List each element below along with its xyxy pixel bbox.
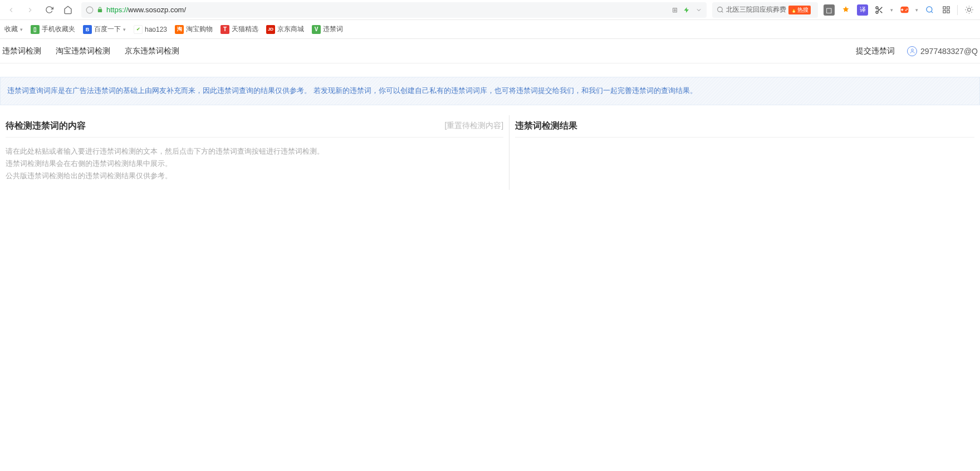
svg-point-4 [876, 11, 878, 13]
bookmark-label: 天猫精选 [232, 24, 258, 34]
toolbar-extensions: ◻ 译 ▾ ▾ [821, 4, 977, 16]
svg-rect-13 [947, 11, 949, 13]
gamepad-dropdown-icon[interactable]: ▾ [915, 7, 918, 13]
bolt-icon[interactable] [683, 7, 690, 13]
browser-toolbar: https://www.sosozp.com/ ⊞ 北医三院回应殡葬费 热搜 ◻… [0, 0, 980, 20]
avatar-icon [907, 46, 917, 56]
svg-point-15 [911, 49, 913, 51]
extension-icon-2[interactable] [840, 4, 851, 16]
user-email: 2977483327@Q [920, 47, 978, 56]
submit-link[interactable]: 提交违禁词 [856, 46, 895, 56]
mobile-icon: ▯ [31, 25, 40, 34]
taobao-icon: 淘 [175, 25, 184, 34]
svg-point-1 [718, 7, 723, 12]
zoom-icon[interactable] [924, 4, 935, 16]
svg-line-2 [722, 11, 723, 12]
main-split: 待检测违禁词的内容 [重置待检测内容] 请在此处粘贴或者输入要进行违禁词检测的文… [0, 115, 980, 190]
result-panel-header: 违禁词检测结果 [515, 115, 974, 138]
favorites-label: 收藏 [4, 24, 18, 34]
settings-icon[interactable] [963, 4, 974, 16]
input-panel-title: 待检测违禁词的内容 [6, 120, 86, 132]
page-nav: 违禁词检测 淘宝违禁词检测 京东违禁词检测 提交违禁词 2977483327@Q [0, 39, 980, 63]
favorites-menu[interactable]: 收藏 ▾ [4, 24, 23, 34]
tmall-icon: T [220, 25, 229, 34]
chevron-down-icon[interactable] [695, 7, 702, 13]
gamepad-icon[interactable] [899, 4, 910, 16]
tab-taobao-detection[interactable]: 淘宝违禁词检测 [56, 46, 110, 56]
bookmark-tmall[interactable]: T 天猫精选 [220, 24, 258, 34]
bookmarks-bar: 收藏 ▾ ▯ 手机收藏夹 B 百度一下 ▾ ✔ hao123 淘 淘宝购物 T … [0, 20, 980, 39]
nav-right: 提交违禁词 2977483327@Q [856, 46, 978, 56]
svg-point-14 [967, 8, 971, 12]
scissors-dropdown-icon[interactable]: ▾ [890, 7, 893, 13]
forward-button[interactable] [22, 2, 38, 18]
svg-line-9 [931, 11, 933, 13]
hot-badge: 热搜 [788, 6, 811, 14]
baidu-icon: B [83, 25, 92, 34]
home-button[interactable] [60, 2, 76, 18]
notice-text: 违禁词查询词库是在广告法违禁词的基础上由网友补充而来，因此违禁词查询的结果仅供参… [7, 86, 697, 95]
bookmark-mobile[interactable]: ▯ 手机收藏夹 [31, 24, 75, 34]
nav-tabs: 违禁词检测 淘宝违禁词检测 京东违禁词检测 [2, 46, 179, 56]
bookmark-taobao[interactable]: 淘 淘宝购物 [175, 24, 213, 34]
bookmark-label: 手机收藏夹 [42, 24, 75, 34]
site-icon: V [312, 25, 321, 34]
extension-icon-1[interactable]: ◻ [824, 4, 835, 16]
search-suggest-box[interactable]: 北医三院回应殡葬费 热搜 [712, 2, 818, 18]
reload-button[interactable] [41, 2, 57, 18]
svg-rect-12 [943, 11, 945, 13]
svg-rect-10 [943, 7, 945, 9]
search-suggest-text: 北医三院回应殡葬费 [726, 5, 786, 14]
chevron-down-icon: ▾ [123, 27, 126, 32]
input-placeholder: 请在此处粘贴或者输入要进行违禁词检测的文本，然后点击下方的违禁词查询按钮进行违禁… [6, 145, 503, 182]
tab-detection[interactable]: 违禁词检测 [2, 46, 41, 56]
bookmark-label: 违禁词 [323, 24, 343, 34]
address-bar[interactable]: https://www.sosozp.com/ ⊞ [81, 2, 707, 18]
toolbar-separator [957, 5, 958, 15]
result-panel-title: 违禁词检测结果 [515, 120, 577, 132]
jd-icon: JD [266, 25, 275, 34]
hao123-icon: ✔ [134, 25, 143, 34]
bookmark-label: 京东商城 [277, 24, 304, 34]
reset-input-link[interactable]: [重置待检测内容] [444, 121, 503, 131]
search-icon [717, 6, 724, 13]
result-panel: 违禁词检测结果 [509, 115, 980, 190]
grid-icon[interactable] [940, 4, 952, 16]
input-panel: 待检测违禁词的内容 [重置待检测内容] 请在此处粘贴或者输入要进行违禁词检测的文… [0, 115, 509, 190]
input-panel-header: 待检测违禁词的内容 [重置待检测内容] [6, 115, 503, 138]
chevron-down-icon: ▾ [20, 27, 23, 32]
bookmark-baidu[interactable]: B 百度一下 ▾ [83, 24, 126, 34]
url-text: https://www.sosozp.com/ [106, 6, 669, 14]
svg-point-0 [86, 7, 93, 13]
svg-point-8 [926, 7, 932, 12]
notice-banner: 违禁词查询词库是在广告法违禁词的基础上由网友补充而来，因此违禁词查询的结果仅供参… [0, 77, 980, 105]
svg-line-7 [878, 8, 879, 10]
translate-icon[interactable]: 译 [857, 4, 868, 16]
bookmark-sosozp[interactable]: V 违禁词 [312, 24, 343, 34]
bookmark-hao123[interactable]: ✔ hao123 [134, 25, 167, 34]
tab-jd-detection[interactable]: 京东违禁词检测 [125, 46, 179, 56]
svg-rect-11 [947, 7, 949, 9]
bookmark-jd[interactable]: JD 京东商城 [266, 24, 304, 34]
bookmark-label: 百度一下 [94, 24, 121, 34]
site-settings-icon[interactable] [86, 6, 94, 14]
svg-line-6 [880, 11, 883, 13]
qr-icon[interactable]: ⊞ [672, 6, 678, 14]
back-button[interactable] [3, 2, 19, 18]
scissors-icon[interactable] [874, 4, 885, 16]
lock-icon [97, 7, 103, 13]
svg-point-3 [876, 7, 878, 9]
bookmark-label: 淘宝购物 [186, 24, 213, 34]
detection-input-area[interactable]: 请在此处粘贴或者输入要进行违禁词检测的文本，然后点击下方的违禁词查询按钮进行违禁… [6, 138, 503, 190]
bookmark-label: hao123 [145, 26, 167, 33]
user-info[interactable]: 2977483327@Q [907, 46, 978, 56]
